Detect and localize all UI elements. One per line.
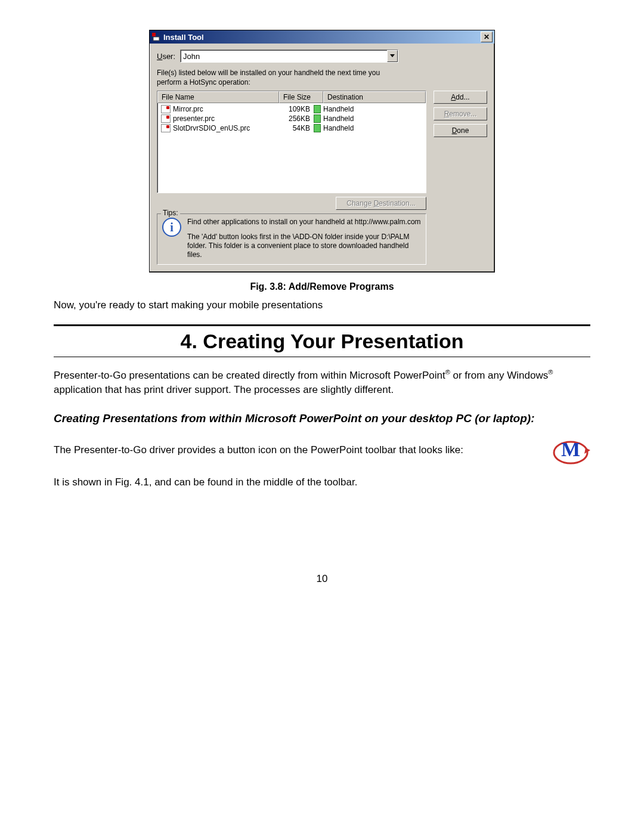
- window-title: Install Tool: [163, 33, 481, 42]
- svg-text:M: M: [561, 438, 580, 460]
- file-row[interactable]: SlotDrvrSDIO_enUS.prc 54KB Handheld: [157, 123, 426, 133]
- tips-p2: The 'Add' button looks first in the \ADD…: [187, 233, 421, 259]
- prc-file-icon: [161, 105, 171, 113]
- dropdown-arrow-icon[interactable]: [387, 50, 398, 62]
- change-destination-button[interactable]: Change Destination...: [336, 197, 426, 210]
- section-title: 4. Creating Your Presentation: [54, 330, 590, 353]
- svg-rect-0: [152, 33, 156, 36]
- handheld-icon: [314, 105, 321, 113]
- instruction-text: File(s) listed below will be installed o…: [157, 69, 395, 87]
- remove-button[interactable]: Remove...: [434, 107, 487, 120]
- info-icon: i: [162, 218, 181, 237]
- paragraph-3: It is shown in Fig. 4.1, and can be foun…: [54, 475, 590, 490]
- col-destination[interactable]: Destination: [323, 91, 426, 103]
- user-dropdown[interactable]: John: [180, 49, 398, 63]
- tips-box: Tips: i Find other applications to insta…: [157, 213, 426, 265]
- titlebar: Install Tool ✕: [150, 30, 494, 44]
- paragraph-2-row: The Presenter-to-Go driver provides a bu…: [54, 435, 590, 467]
- handheld-icon: [314, 124, 321, 132]
- body-text: Now, you're ready to start making your m…: [54, 298, 590, 312]
- handheld-icon: [314, 114, 321, 123]
- done-button[interactable]: Done: [434, 124, 487, 137]
- file-list-header: File Name File Size Destination: [157, 91, 426, 103]
- prc-file-icon: [161, 124, 171, 132]
- file-row[interactable]: presenter.prc 256KB Handheld: [157, 114, 426, 123]
- file-row[interactable]: Mirror.prc 109KB Handheld: [157, 104, 426, 114]
- figure-caption: Fig. 3.8: Add/Remove Programs: [54, 281, 590, 292]
- page-number: 10: [54, 573, 590, 585]
- user-value: John: [183, 52, 200, 61]
- install-tool-window: Install Tool ✕ User: John File(s) listed…: [149, 30, 495, 272]
- paragraph-2: The Presenter-to-Go driver provides a bu…: [54, 443, 544, 458]
- subheading: Creating Presentations from within Micro…: [54, 411, 590, 426]
- svg-rect-1: [153, 37, 159, 41]
- col-filesize[interactable]: File Size: [279, 91, 323, 103]
- paragraph-1: Presenter-to-Go presentations can be cre…: [54, 368, 590, 398]
- close-button[interactable]: ✕: [481, 32, 493, 42]
- col-filename[interactable]: File Name: [157, 91, 279, 103]
- prc-file-icon: [161, 114, 171, 123]
- section-divider-bottom: [54, 357, 590, 357]
- m-logo-icon: M: [551, 435, 590, 467]
- tips-label: Tips:: [161, 209, 180, 217]
- user-label: User:: [157, 52, 175, 61]
- app-icon: [151, 32, 161, 42]
- add-button[interactable]: Add...: [434, 91, 487, 104]
- tips-p1: Find other applications to install on yo…: [187, 218, 421, 227]
- section-divider-top: [54, 324, 590, 326]
- file-list[interactable]: File Name File Size Destination Mirror.p…: [157, 91, 426, 193]
